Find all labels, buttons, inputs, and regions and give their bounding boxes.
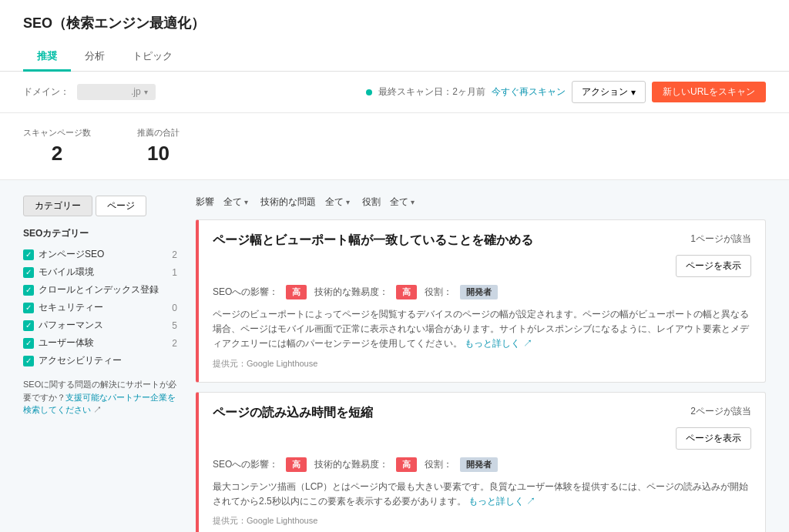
sidebar-label-onpage: オンページSEO [39, 248, 167, 261]
page-title: SEO（検索エンジン最適化） [23, 14, 766, 32]
issue-title-0: ページ幅とビューポート幅が一致していることを確かめる [213, 233, 533, 249]
sidebar-item-accessibility[interactable]: アクセシビリティー [23, 354, 177, 367]
sidebar: カテゴリー ページ SEOカテゴリー オンページSEO 2 モバイル環境 1 ク… [23, 196, 177, 532]
page-count-0: 1ページが該当 [690, 233, 751, 246]
source-0: 提供元：Google Lighthouse [213, 358, 751, 370]
issues-value: 10 [137, 142, 180, 166]
checkbox-onpage[interactable] [23, 249, 34, 260]
view-page-button[interactable]: ページ [96, 196, 146, 216]
domain-pill[interactable]: .jp ▾ [77, 84, 156, 100]
toolbar: ドメイン： .jp ▾ 最終スキャン日：2ヶ月前 今すぐ再スキャン アクション … [0, 72, 789, 113]
checkbox-accessibility[interactable] [23, 356, 34, 366]
difficulty-badge-1: 高 [396, 457, 417, 472]
sidebar-label-ux: ユーザー体験 [39, 336, 167, 350]
difficulty-badge-0: 高 [396, 285, 417, 299]
sidebar-count-onpage: 2 [172, 249, 177, 260]
stat-scanned: スキャンページ数 2 [23, 127, 91, 166]
page-count-1: 2ページが該当 [690, 405, 751, 418]
role-label-0: 役割： [425, 286, 452, 299]
impact-badge-1: 高 [286, 457, 307, 472]
sidebar-count-security: 0 [172, 303, 177, 313]
header: SEO（検索エンジン最適化） 推奨 分析 トピック [0, 0, 789, 72]
role-label-1: 役割： [425, 458, 452, 471]
tab-topic[interactable]: トピック [119, 43, 186, 72]
stat-issues: 推薦の合計 10 [137, 127, 180, 166]
sidebar-item-mobile[interactable]: モバイル環境 1 [23, 266, 177, 279]
action-button[interactable]: アクション ▾ [572, 81, 646, 103]
scan-info: 最終スキャン日：2ヶ月前 今すぐ再スキャン アクション ▾ 新しいURLをスキャ… [366, 81, 766, 103]
chevron-down-icon: ▾ [144, 88, 148, 96]
checkbox-security[interactable] [23, 303, 34, 313]
difficulty-label-1: 技術的な難易度： [314, 458, 388, 471]
sidebar-item-crawl[interactable]: クロールとインデックス登録 [23, 283, 177, 296]
chevron-down-icon: ▾ [346, 198, 350, 206]
issue-meta-0: SEOへの影響： 高 技術的な難易度： 高 役割： 開発者 [213, 285, 751, 299]
difficulty-label-0: 技術的な難易度： [314, 286, 388, 299]
content-area: 影響 全て ▾ 技術的な問題 全て ▾ 役割 全て ▾ ページ幅とビューポート幅… [196, 196, 766, 532]
sidebar-item-security[interactable]: セキュリティー 0 [23, 301, 177, 314]
checkbox-performance[interactable] [23, 320, 34, 331]
chevron-down-icon: ▾ [411, 198, 415, 206]
issue-card-header-0: ページ幅とビューポート幅が一致していることを確かめる 1ページが該当 ページを表… [213, 233, 751, 277]
filter-bar: 影響 全て ▾ 技術的な問題 全て ▾ 役割 全て ▾ [196, 196, 766, 209]
stats-bar: スキャンページ数 2 推薦の合計 10 [0, 113, 789, 180]
rescan-link[interactable]: 今すぐ再スキャン [492, 85, 566, 99]
sidebar-item-ux[interactable]: ユーザー体験 2 [23, 336, 177, 350]
chevron-down-icon: ▾ [244, 198, 248, 206]
source-1: 提供元：Google Lighthouse [213, 515, 751, 527]
issue-desc-1: 最大コンテンツ描画（LCP）とはページ内で最も大きい要素です。良質なユーザー体験… [213, 480, 751, 509]
tabs: 推奨 分析 トピック [23, 43, 766, 71]
scanned-value: 2 [23, 142, 91, 166]
chevron-down-icon: ▾ [631, 87, 636, 98]
sidebar-item-performance[interactable]: パフォーマンス 5 [23, 319, 177, 332]
show-page-button-0[interactable]: ページを表示 [676, 255, 751, 277]
sidebar-label-accessibility: アクセシビリティー [39, 354, 173, 367]
sidebar-count-mobile: 1 [172, 267, 177, 278]
sidebar-label-crawl: クロールとインデックス登録 [39, 283, 173, 296]
issue-desc-0: ページのビューポートによってページを閲覧するデバイスのページの幅が設定されます。… [213, 307, 751, 352]
impact-label-0: SEOへの影響： [213, 286, 278, 299]
domain-label: ドメイン： [23, 85, 69, 99]
main-content: カテゴリー ページ SEOカテゴリー オンページSEO 2 モバイル環境 1 ク… [0, 180, 789, 532]
show-page-button-1[interactable]: ページを表示 [676, 427, 751, 450]
issue-card-1: ページの読み込み時間を短縮 2ページが該当 ページを表示 SEOへの影響： 高 … [196, 392, 766, 532]
issue-title-1: ページの読み込み時間を短縮 [213, 405, 373, 421]
issue-meta-1: SEOへの影響： 高 技術的な難易度： 高 役割： 開発者 [213, 457, 751, 472]
sidebar-count-performance: 5 [172, 320, 177, 331]
issue-right-1: 2ページが該当 ページを表示 [676, 405, 751, 450]
view-toggle: カテゴリー ページ [23, 196, 177, 216]
scanned-label: スキャンページ数 [23, 127, 91, 139]
scan-url-button[interactable]: 新しいURLをスキャン [652, 82, 766, 102]
checkbox-ux[interactable] [23, 338, 34, 349]
issue-card-0: ページ幅とビューポート幅が一致していることを確かめる 1ページが該当 ページを表… [196, 219, 766, 383]
issue-card-header-1: ページの読み込み時間を短縮 2ページが該当 ページを表示 [213, 405, 751, 450]
scan-date: 最終スキャン日：2ヶ月前 [378, 85, 485, 99]
read-more-1[interactable]: もっと詳しく ↗ [468, 496, 536, 507]
domain-value: .jp [85, 85, 141, 99]
tab-recommend[interactable]: 推奨 [23, 43, 71, 72]
partner-note: SEOに関する問題の解決にサポートが必要ですか？支援可能なパートナー企業を検索し… [23, 378, 177, 417]
checkbox-mobile[interactable] [23, 267, 34, 278]
sidebar-count-ux: 2 [172, 338, 177, 349]
role-badge-1: 開発者 [460, 457, 498, 472]
filter-role[interactable]: 役割 全て ▾ [362, 196, 415, 209]
sidebar-label-mobile: モバイル環境 [39, 266, 167, 279]
role-badge-0: 開発者 [460, 285, 498, 299]
checkbox-crawl[interactable] [23, 285, 34, 296]
filter-impact[interactable]: 影響 全て ▾ [196, 196, 248, 209]
sidebar-label-security: セキュリティー [39, 301, 167, 314]
view-category-button[interactable]: カテゴリー [23, 196, 92, 216]
impact-label-1: SEOへの影響： [213, 458, 278, 471]
partner-link[interactable]: 支援可能なパートナー企業を検索してください [23, 393, 176, 415]
status-dot [366, 89, 372, 95]
issue-right-0: 1ページが該当 ページを表示 [676, 233, 751, 277]
sidebar-item-onpage[interactable]: オンページSEO 2 [23, 248, 177, 261]
tab-analysis[interactable]: 分析 [71, 43, 119, 72]
impact-badge-0: 高 [286, 285, 307, 299]
sidebar-title: SEOカテゴリー [23, 227, 177, 240]
sidebar-label-performance: パフォーマンス [39, 319, 167, 332]
issues-label: 推薦の合計 [137, 127, 180, 139]
read-more-0[interactable]: もっと詳しく ↗ [465, 338, 532, 349]
filter-difficulty[interactable]: 技術的な問題 全て ▾ [260, 196, 350, 209]
